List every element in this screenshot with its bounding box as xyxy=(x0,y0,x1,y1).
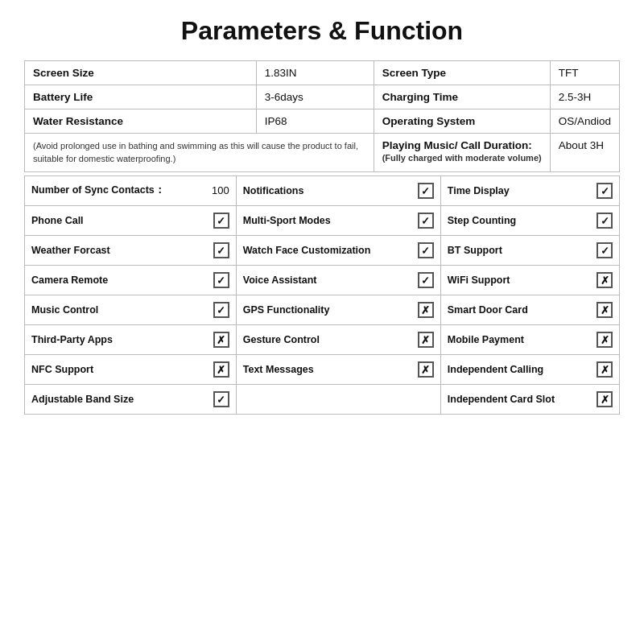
feature-col3-6: Independent Calling✗ xyxy=(440,354,619,384)
feature-col2-1: Multi-Sport Modes✓ xyxy=(236,205,440,235)
screen-size-value: 1.83IN xyxy=(256,61,374,85)
screen-type-value: TFT xyxy=(550,61,619,85)
feature-row: NFC Support✗Text Messages✗Independent Ca… xyxy=(25,354,620,384)
feature-col1-3: Camera Remote✓ xyxy=(25,265,237,295)
feature-col2-5: Gesture Control✗ xyxy=(236,324,440,354)
feature-row: Phone Call✓Multi-Sport Modes✓Step Counti… xyxy=(25,205,620,235)
feature-col2-2: Watch Face Customization✓ xyxy=(236,235,440,265)
music-label: Playing Music/ Call Duration: (Fully cha… xyxy=(374,134,550,172)
screen-type-label: Screen Type xyxy=(374,61,550,85)
os-value: OS/Andiod xyxy=(550,109,619,134)
os-label: Operating System xyxy=(374,109,550,134)
feature-row: Music Control✓GPS Functionality✗Smart Do… xyxy=(25,295,620,324)
feature-col3-4: Smart Door Card✗ xyxy=(440,295,619,324)
feature-col1-1: Phone Call✓ xyxy=(25,205,237,235)
page: Parameters & Function Screen Size 1.83IN… xyxy=(0,0,644,644)
feature-col3-3: WiFi Support✗ xyxy=(440,265,619,295)
feature-col1-0: Number of Sync Contacts：100 xyxy=(25,175,237,205)
music-value: About 3H xyxy=(550,134,619,172)
feature-row: Camera Remote✓Voice Assistant✓WiFi Suppo… xyxy=(25,265,620,295)
features-table: Number of Sync Contacts：100Notifications… xyxy=(24,175,620,415)
feature-col2-0: Notifications✓ xyxy=(236,175,440,205)
feature-row: Third-Party Apps✗Gesture Control✗Mobile … xyxy=(25,324,620,354)
charging-time-label: Charging Time xyxy=(374,85,550,109)
feature-col2-3: Voice Assistant✓ xyxy=(236,265,440,295)
feature-col2-4: GPS Functionality✗ xyxy=(236,295,440,324)
feature-col1-4: Music Control✓ xyxy=(25,295,237,324)
feature-col3-7: Independent Card Slot✗ xyxy=(440,384,619,414)
feature-row: Weather Forcast✓Watch Face Customization… xyxy=(25,235,620,265)
specs-table: Screen Size 1.83IN Screen Type TFT Batte… xyxy=(24,60,620,172)
battery-life-label: Battery Life xyxy=(25,85,257,109)
feature-col1-5: Third-Party Apps✗ xyxy=(25,324,237,354)
battery-life-value: 3-6days xyxy=(256,85,374,109)
feature-col2-7 xyxy=(236,384,440,414)
feature-col3-2: BT Support✓ xyxy=(440,235,619,265)
feature-col3-5: Mobile Payment✗ xyxy=(440,324,619,354)
feature-col1-6: NFC Support✗ xyxy=(25,354,237,384)
charging-time-value: 2.5-3H xyxy=(550,85,619,109)
feature-col1-2: Weather Forcast✓ xyxy=(25,235,237,265)
feature-col1-7: Adjustable Band Size✓ xyxy=(25,384,237,414)
page-title: Parameters & Function xyxy=(24,16,620,46)
screen-size-label: Screen Size xyxy=(25,61,257,85)
water-note: (Avoid prolonged use in bathing and swim… xyxy=(25,134,374,172)
feature-col3-1: Step Counting✓ xyxy=(440,205,619,235)
water-resistance-value: IP68 xyxy=(256,109,374,134)
feature-col2-6: Text Messages✗ xyxy=(236,354,440,384)
feature-row: Adjustable Band Size✓Independent Card Sl… xyxy=(25,384,620,414)
feature-row: Number of Sync Contacts：100Notifications… xyxy=(25,175,620,205)
feature-col3-0: Time Display✓ xyxy=(440,175,619,205)
water-resistance-label: Water Resistance xyxy=(25,109,257,134)
